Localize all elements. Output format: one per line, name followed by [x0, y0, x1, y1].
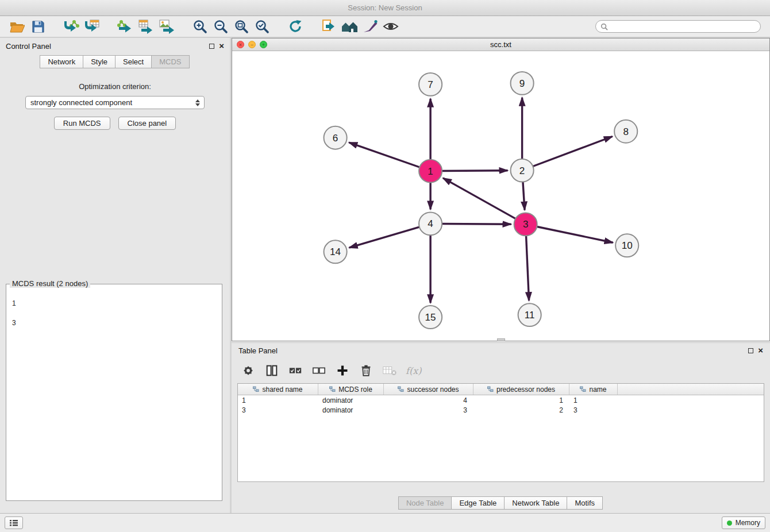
table-panel: Table Panel × — [232, 342, 770, 513]
mcds-result-item[interactable]: 1 — [12, 299, 216, 309]
criterion-dropdown[interactable]: strongly connected component — [25, 96, 205, 109]
column-header-successor-nodes[interactable]: successor nodes — [384, 384, 473, 395]
show-columns-icon[interactable] — [264, 363, 279, 378]
close-panel-icon[interactable]: × — [219, 43, 224, 49]
graph-edge-4-3[interactable] — [442, 224, 511, 225]
function-builder-icon[interactable]: f(x) — [406, 365, 421, 376]
search-input[interactable] — [611, 22, 756, 31]
table-header-row: shared name MCDS role successor nodes pr… — [238, 384, 764, 395]
optimization-criterion-label: Optimization criterion: — [0, 82, 230, 91]
run-mcds-button[interactable]: Run MCDS — [54, 117, 110, 130]
mcds-result-title: MCDS result (2 nodes) — [10, 279, 90, 288]
apply-style-icon[interactable] — [360, 18, 380, 35]
graph-edge-1-6[interactable] — [349, 142, 419, 167]
network-graph[interactable]: 7968124310141511 — [232, 51, 769, 341]
cell-mcds-role[interactable]: dominator — [318, 406, 384, 414]
cell-mcds-role[interactable]: dominator — [318, 396, 384, 404]
graph-edge-3-1[interactable] — [443, 178, 515, 219]
task-history-button[interactable] — [5, 516, 23, 529]
add-column-icon[interactable] — [335, 363, 350, 378]
table-row[interactable]: 1 dominator 4 1 1 — [238, 395, 764, 405]
zoom-fit-icon[interactable] — [231, 18, 252, 35]
refresh-view-icon[interactable] — [285, 18, 306, 35]
cell-name[interactable]: 1 — [569, 396, 618, 404]
mcds-result-box: MCDS result (2 nodes) 1 3 — [6, 284, 222, 501]
graph-node-14[interactable]: 14 — [324, 240, 347, 263]
network-window-title: scc.txt — [490, 40, 511, 49]
memory-status-icon — [727, 521, 732, 526]
zoom-selected-icon[interactable] — [252, 18, 272, 35]
graph-edge-2-3[interactable] — [523, 182, 525, 210]
delete-table-icon[interactable] — [382, 363, 397, 378]
graph-edge-3-11[interactable] — [526, 236, 529, 300]
import-table-icon[interactable] — [82, 18, 102, 35]
graph-node-8[interactable]: 8 — [614, 120, 637, 143]
tab-network-table[interactable]: Network Table — [504, 496, 567, 510]
window-zoom-icon[interactable]: + — [260, 41, 267, 48]
cell-predecessor-nodes[interactable]: 2 — [473, 406, 569, 414]
export-network-icon[interactable] — [115, 18, 136, 35]
graph-node-7[interactable]: 7 — [419, 73, 442, 96]
export-image-icon[interactable] — [156, 18, 177, 35]
column-type-icon — [580, 386, 586, 392]
close-panel-button[interactable]: Close panel — [118, 117, 176, 130]
cell-successor-nodes[interactable]: 3 — [384, 406, 473, 414]
column-header-name[interactable]: name — [569, 384, 618, 395]
tab-edge-table[interactable]: Edge Table — [451, 496, 505, 510]
graph-node-6[interactable]: 6 — [324, 126, 347, 149]
control-panel-title: Control Panel — [6, 42, 51, 51]
graph-node-4[interactable]: 4 — [419, 212, 442, 235]
graph-edge-1-2[interactable] — [442, 171, 507, 171]
tab-select[interactable]: Select — [115, 55, 152, 68]
cell-shared-name[interactable]: 1 — [238, 396, 318, 404]
select-all-icon[interactable] — [288, 363, 303, 378]
graph-node-11[interactable]: 11 — [518, 303, 541, 326]
tab-mcds[interactable]: MCDS — [151, 55, 189, 68]
column-header-predecessor-nodes[interactable]: predecessor nodes — [473, 384, 569, 395]
float-table-panel-icon[interactable] — [748, 348, 753, 353]
show-graphics-icon[interactable] — [380, 18, 401, 35]
tab-node-table[interactable]: Node Table — [398, 496, 452, 510]
column-header-mcds-role[interactable]: MCDS role — [318, 384, 384, 395]
graph-node-3[interactable]: 3 — [514, 213, 537, 236]
delete-column-icon[interactable] — [359, 363, 374, 378]
control-panel-tabs: Network Style Select MCDS — [0, 55, 230, 68]
graph-edge-3-10[interactable] — [537, 226, 613, 242]
window-minimize-icon[interactable]: − — [248, 41, 256, 48]
column-header-shared-name[interactable]: shared name — [238, 384, 318, 395]
import-network-icon[interactable] — [61, 18, 82, 35]
splitter-handle[interactable] — [497, 338, 505, 341]
export-table-icon[interactable] — [136, 18, 156, 35]
table-row[interactable]: 3 dominator 3 2 3 — [238, 405, 764, 415]
window-close-icon[interactable]: × — [237, 41, 244, 48]
cell-predecessor-nodes[interactable]: 1 — [473, 396, 569, 404]
graph-node-15[interactable]: 15 — [419, 306, 442, 329]
tab-motifs[interactable]: Motifs — [567, 496, 603, 510]
tab-style[interactable]: Style — [83, 55, 116, 68]
graph-node-2[interactable]: 2 — [511, 159, 534, 182]
open-folder-icon[interactable] — [7, 18, 28, 35]
node-table: shared name MCDS role successor nodes pr… — [237, 383, 764, 482]
mcds-result-item[interactable]: 3 — [12, 318, 216, 328]
network-canvas[interactable]: 7968124310141511 — [232, 51, 769, 341]
quick-search-box[interactable] — [595, 20, 761, 33]
graph-edge-2-8[interactable] — [533, 137, 612, 167]
tab-network[interactable]: Network — [40, 55, 83, 68]
open-network-file-icon[interactable] — [318, 18, 339, 35]
float-panel-icon[interactable] — [209, 44, 214, 49]
cell-successor-nodes[interactable]: 4 — [384, 396, 473, 404]
zoom-out-icon[interactable] — [210, 18, 231, 35]
zoom-in-icon[interactable] — [190, 18, 210, 35]
cell-name[interactable]: 3 — [569, 406, 618, 414]
cell-shared-name[interactable]: 3 — [238, 406, 318, 414]
home-icon[interactable] — [339, 18, 360, 35]
graph-node-9[interactable]: 9 — [511, 72, 534, 95]
memory-button[interactable]: Memory — [722, 516, 765, 529]
save-session-icon[interactable] — [28, 18, 48, 35]
graph-node-1[interactable]: 1 — [419, 160, 442, 183]
graph-edge-4-14[interactable] — [349, 227, 419, 248]
deselect-all-icon[interactable] — [311, 363, 326, 378]
table-settings-gear-icon[interactable] — [241, 363, 256, 378]
close-table-panel-icon[interactable]: × — [758, 347, 763, 354]
graph-node-10[interactable]: 10 — [615, 234, 638, 257]
